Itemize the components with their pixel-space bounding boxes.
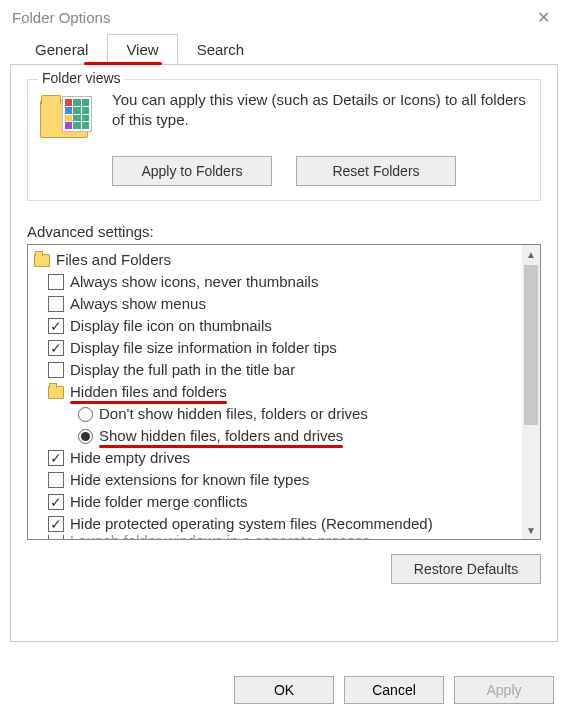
view-panel: Folder views You can apply this view (su… [10,64,558,642]
apply-button[interactable]: Apply [454,676,554,704]
checkbox-icon[interactable] [48,274,64,290]
folder-views-legend: Folder views [38,70,125,86]
advanced-settings-label: Advanced settings: [27,223,541,240]
files-folders-label: Files and Folders [56,249,171,271]
folder-views-description: You can apply this view (such as Details… [112,90,528,131]
restore-row: Restore Defaults [27,554,541,584]
window-title: Folder Options [12,9,110,26]
radio-icon[interactable] [78,407,93,422]
tab-search[interactable]: Search [178,34,264,64]
restore-defaults-button[interactable]: Restore Defaults [391,554,541,584]
dialog-buttons: OK Cancel Apply [234,676,554,704]
scroll-thumb[interactable] [524,265,538,425]
tab-general[interactable]: General [16,34,107,64]
close-icon[interactable]: ✕ [527,4,560,31]
checkbox-icon[interactable] [48,318,64,334]
tree-item[interactable]: Display file size information in folder … [48,337,536,359]
checkbox-icon[interactable] [48,472,64,488]
radio-icon[interactable] [78,429,93,444]
cancel-button[interactable]: Cancel [344,676,444,704]
folder-views-row: You can apply this view (such as Details… [40,90,528,142]
tree-item[interactable]: Always show icons, never thumbnails [48,271,536,293]
files-and-folders-node[interactable]: Files and Folders [34,249,536,271]
tree-item[interactable]: Display file icon on thumbnails [48,315,536,337]
tabs: General View Search [0,34,568,64]
folder-icon-small [34,254,50,267]
folder-icon [40,94,96,142]
advanced-settings-tree[interactable]: Files and Folders Always show icons, nev… [27,244,541,540]
tree-content: Files and Folders Always show icons, nev… [34,249,536,540]
annotation-underline-view-tab [84,62,162,65]
radio-item[interactable]: Don't show hidden files, folders or driv… [78,403,536,425]
folder-views-buttons: Apply to Folders Reset Folders [112,156,528,186]
folder-options-window: Folder Options ✕ General View Search Fol… [0,0,568,720]
tree-item[interactable]: Hide extensions for known file types [48,469,536,491]
tree-item-cut[interactable]: Launch folder windows in a separate proc… [48,535,536,540]
folder-icon-small [48,386,64,399]
checkbox-icon[interactable] [48,494,64,510]
tree-item[interactable]: Hide folder merge conflicts [48,491,536,513]
tree-item[interactable]: Hide empty drives [48,447,536,469]
tree-item[interactable]: Hide protected operating system files (R… [48,513,536,535]
reset-folders-button[interactable]: Reset Folders [296,156,456,186]
checkbox-icon[interactable] [48,296,64,312]
scrollbar[interactable]: ▲ ▼ [522,245,540,539]
tab-view[interactable]: View [107,34,177,64]
checkbox-icon[interactable] [48,362,64,378]
checkbox-icon[interactable] [48,516,64,532]
scroll-down-icon[interactable]: ▼ [522,521,540,539]
scroll-up-icon[interactable]: ▲ [522,245,540,263]
hidden-files-label: Hidden files and folders [70,381,227,403]
titlebar: Folder Options ✕ [0,0,568,34]
ok-button[interactable]: OK [234,676,334,704]
checkbox-icon[interactable] [48,535,64,540]
checkbox-icon[interactable] [48,450,64,466]
folder-views-group: Folder views You can apply this view (su… [27,79,541,201]
hidden-files-node[interactable]: Hidden files and folders [48,381,536,403]
tree-item[interactable]: Display the full path in the title bar [48,359,536,381]
apply-to-folders-button[interactable]: Apply to Folders [112,156,272,186]
checkbox-icon[interactable] [48,340,64,356]
tree-item[interactable]: Always show menus [48,293,536,315]
radio-item[interactable]: Show hidden files, folders and drives [78,425,536,447]
